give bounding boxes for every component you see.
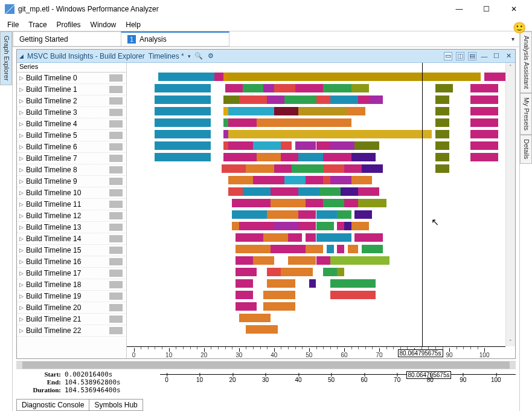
timeline-segment[interactable]: [246, 164, 274, 173]
expand-icon[interactable]: ▷: [19, 109, 24, 115]
timeline-segment[interactable]: [263, 302, 295, 311]
tab-overflow-button[interactable]: ▾: [507, 36, 519, 42]
timeline-segment[interactable]: [236, 279, 253, 288]
timeline-segment[interactable]: [155, 107, 211, 115]
timeline-segment[interactable]: [263, 291, 295, 299]
timeline-segment[interactable]: [341, 187, 358, 196]
timeline-segment[interactable]: [263, 84, 274, 92]
timeline-segment[interactable]: [298, 187, 319, 196]
tab-symbols-hub[interactable]: Symbols Hub: [89, 399, 143, 411]
timeline-segment[interactable]: [236, 302, 257, 311]
series-row[interactable]: ▷Build Timeline 10: [17, 187, 126, 199]
timeline-segment[interactable]: [274, 164, 292, 173]
timeline-segment[interactable]: [358, 95, 368, 104]
timeline-segment[interactable]: [351, 176, 373, 184]
timeline-segment[interactable]: [470, 118, 498, 127]
timeline-segment[interactable]: [323, 164, 344, 173]
tab-getting-started[interactable]: Getting Started: [13, 31, 121, 47]
timeline-segment[interactable]: [435, 141, 449, 150]
timeline-segment[interactable]: [323, 176, 330, 184]
timeline-segment[interactable]: [239, 222, 274, 230]
panel-close-icon[interactable]: ✕: [504, 52, 513, 60]
series-row[interactable]: ▷Build Timeline 16: [17, 256, 126, 268]
timeline-segment[interactable]: [344, 199, 358, 207]
expand-icon[interactable]: ▷: [19, 155, 24, 161]
right-tab-details[interactable]: Details: [520, 135, 532, 164]
expand-icon[interactable]: ▷: [19, 305, 24, 311]
timeline-segment[interactable]: [267, 95, 284, 104]
timeline-segment[interactable]: [228, 141, 253, 150]
expand-icon[interactable]: ▷: [19, 270, 24, 276]
timeline-segment[interactable]: [253, 256, 274, 265]
timeline-segment[interactable]: [267, 268, 281, 276]
timeline-segment[interactable]: [298, 210, 316, 219]
timeline-segment[interactable]: [281, 268, 312, 276]
timeline-segment[interactable]: [435, 107, 449, 115]
timeline-segment[interactable]: [288, 256, 316, 265]
timeline-segment[interactable]: [274, 84, 295, 92]
view-split-icon[interactable]: ◫: [456, 52, 464, 60]
timeline-segment[interactable]: [274, 107, 299, 115]
timeline-segment[interactable]: [298, 107, 347, 115]
timeline-segment[interactable]: [330, 176, 351, 184]
timeline-segment[interactable]: [316, 210, 338, 219]
timeline-segment[interactable]: [330, 95, 358, 104]
timeline-segment[interactable]: [155, 95, 211, 104]
series-row[interactable]: ▷Build Timeline 20: [17, 302, 126, 314]
timeline-segment[interactable]: [263, 233, 288, 242]
timeline-segment[interactable]: [351, 84, 369, 92]
timeline-segment[interactable]: [232, 222, 239, 230]
timeline-segment[interactable]: [236, 256, 253, 265]
series-row[interactable]: ▷Build Timeline 7: [17, 153, 126, 164]
timeline-segment[interactable]: [246, 325, 277, 334]
timeline-segment[interactable]: [236, 268, 257, 276]
series-row[interactable]: ▷Build Timeline 15: [17, 245, 126, 256]
timeline-segment[interactable]: [281, 141, 291, 150]
timeline-segment[interactable]: [155, 141, 211, 150]
timeline-segment[interactable]: [351, 222, 369, 230]
timeline-segment[interactable]: [470, 95, 498, 104]
view-graph-icon[interactable]: ▭: [444, 52, 452, 60]
timeline-segment[interactable]: [327, 245, 334, 253]
timeline-segment[interactable]: [271, 187, 298, 196]
timeline-segment[interactable]: [484, 73, 505, 81]
series-row[interactable]: ▷Build Timeline 21: [17, 314, 126, 325]
timeline-segment[interactable]: [222, 164, 246, 173]
timeline-segment[interactable]: [253, 176, 284, 184]
left-tab-graph-explorer[interactable]: Graph Explorer: [0, 31, 12, 85]
menu-profiles[interactable]: Profiles: [52, 19, 86, 30]
series-row[interactable]: ▷Build Timeline 4: [17, 118, 126, 130]
overview-axis[interactable]: 80.064795675s 0102030405060708090100: [160, 371, 516, 391]
timeline-segment[interactable]: [288, 233, 302, 242]
timeline-segment[interactable]: [306, 245, 323, 253]
expand-icon[interactable]: ▷: [19, 316, 24, 322]
timeline-segment[interactable]: [337, 222, 344, 230]
timeline-segment[interactable]: [362, 164, 383, 173]
timeline-segment[interactable]: [435, 84, 453, 92]
timeline-segment[interactable]: [228, 73, 481, 81]
expand-icon[interactable]: ▷: [19, 247, 24, 253]
timeline-segment[interactable]: [306, 176, 323, 184]
series-row[interactable]: ▷Build Timeline 8: [17, 164, 126, 176]
timeline-segment[interactable]: [155, 84, 211, 92]
timeline-segment[interactable]: [298, 153, 323, 161]
timeline-segment[interactable]: [330, 291, 376, 299]
expand-icon[interactable]: ▷: [19, 121, 24, 127]
timeline-segment[interactable]: [306, 233, 316, 242]
timeline-segment[interactable]: [236, 291, 253, 299]
timeline-segment[interactable]: [319, 187, 341, 196]
timeline-segment[interactable]: [257, 118, 351, 127]
timeline-segment[interactable]: [155, 130, 211, 138]
menu-file[interactable]: File: [2, 19, 24, 30]
expand-icon[interactable]: ▷: [19, 86, 24, 92]
timeline-segment[interactable]: [223, 153, 257, 161]
timeline-segment[interactable]: [337, 245, 344, 253]
tab-analysis[interactable]: 1 Analysis: [121, 31, 229, 47]
series-row[interactable]: ▷Build Timeline 12: [17, 210, 126, 222]
expand-icon[interactable]: ▷: [19, 259, 24, 265]
time-marker[interactable]: [422, 63, 423, 346]
timeline-segment[interactable]: [267, 210, 298, 219]
expand-icon[interactable]: ▷: [19, 236, 24, 242]
timeline-segment[interactable]: [435, 95, 449, 104]
series-row[interactable]: ▷Build Timeline 13: [17, 222, 126, 233]
